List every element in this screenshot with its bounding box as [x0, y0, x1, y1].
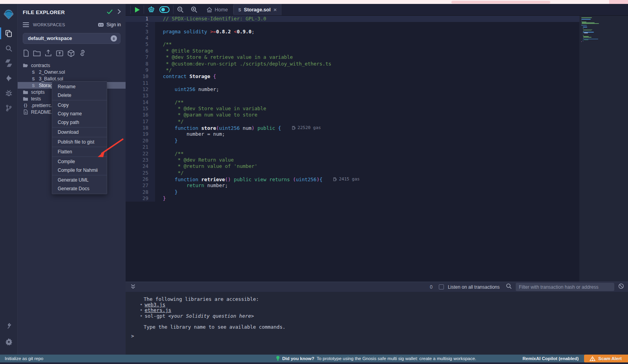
menu-item-copy[interactable]: Copy — [52, 101, 107, 109]
line-number: 13 — [126, 93, 155, 99]
code-line-16: 16 * @param num value to store — [126, 112, 579, 118]
code-line-3: 3pragma solidity >=0.8.2 <0.9.0; — [126, 29, 579, 35]
run-script-button[interactable] — [131, 4, 144, 15]
line-number: 24 — [126, 163, 155, 169]
workspace-caret-icon — [111, 35, 117, 42]
solidity-compiler-icon[interactable] — [0, 56, 18, 71]
solidity-file-icon: S — [238, 7, 241, 12]
code-line-20: 20 } — [126, 138, 579, 144]
code-line-23: 23 * @dev Return value — [126, 157, 579, 163]
menu-separator — [52, 137, 107, 137]
terminal-text: The following libraries are accessible: — [131, 297, 628, 302]
terminal-text: Type the library name to see available c… — [131, 324, 628, 330]
listen-label: Listen on all transactions — [448, 284, 500, 290]
terminal-search-icon[interactable] — [506, 283, 512, 291]
menu-item-delete[interactable]: Delete — [52, 91, 107, 100]
menu-item-rename[interactable]: Rename — [52, 82, 107, 91]
tab-close-icon[interactable]: × — [273, 7, 277, 13]
tree-item-contracts[interactable]: contracts — [18, 62, 126, 69]
braces-icon: { } — [23, 103, 28, 107]
line-number: 6 — [126, 48, 155, 54]
gas-estimate: 22520 gas — [292, 125, 321, 131]
listen-checkbox[interactable] — [439, 284, 444, 289]
line-number: 3 — [126, 29, 155, 35]
file-explorer-icon[interactable] — [0, 26, 18, 41]
sign-in-button[interactable]: Sign in — [97, 22, 121, 27]
icon-rail — [0, 4, 18, 355]
expand-terminal-icon[interactable] — [131, 284, 135, 291]
code-line-25: 25 */ — [126, 170, 579, 176]
line-number: 25 — [126, 170, 155, 176]
terminal-library-item: •sol-gpt <your Solidity question here> — [131, 313, 628, 319]
code-line-14: 14 /** — [126, 99, 579, 106]
tree-item-2-owner-sol[interactable]: S2_Owner.sol — [18, 69, 126, 75]
line-number: 1 — [126, 16, 155, 22]
plugin-manager-icon[interactable] — [0, 318, 18, 333]
import-ipfs-button[interactable] — [67, 49, 75, 59]
menu-item-copy-path[interactable]: Copy path — [52, 118, 107, 127]
new-folder-button[interactable] — [33, 49, 41, 59]
browser-corner — [609, 0, 628, 4]
did-you-know: Did you know? To prototype using the Gno… — [276, 356, 476, 361]
menu-item-flatten[interactable]: Flatten — [52, 147, 107, 156]
search-icon[interactable] — [0, 41, 18, 56]
line-number: 4 — [126, 35, 155, 41]
chevron-right-icon[interactable] — [117, 9, 121, 16]
tip-title: Did you know? — [282, 356, 314, 361]
library-link[interactable]: web3.js — [145, 302, 166, 308]
terminal-output[interactable]: The following libraries are accessible:•… — [126, 292, 628, 355]
deploy-run-icon[interactable] — [0, 71, 18, 86]
terminal-prompt[interactable]: > — [131, 333, 628, 339]
workspace-select[interactable]: default_workspace — [23, 33, 120, 44]
remix-logo[interactable] — [0, 7, 18, 22]
import-url-button[interactable] — [78, 49, 87, 59]
line-number: 7 — [126, 54, 155, 60]
tab-home[interactable]: Home — [201, 4, 233, 15]
code-line-29: 29} — [126, 195, 579, 202]
transaction-filter-input[interactable] — [516, 283, 614, 291]
upload-file-button[interactable] — [44, 49, 52, 59]
menu-separator — [52, 175, 107, 175]
menu-item-copy-name[interactable]: Copy name — [52, 109, 107, 118]
code-line-10: 10contract Storage { — [126, 73, 579, 80]
menu-item-generate-docs[interactable]: Generate Docs — [52, 184, 107, 193]
lightbulb-icon — [276, 356, 280, 361]
menu-item-download[interactable]: Download — [52, 128, 107, 136]
line-number: 27 — [126, 182, 155, 189]
new-file-button[interactable] — [23, 49, 29, 59]
library-link[interactable]: ethers.js — [145, 307, 172, 313]
solidity-icon: S — [31, 76, 36, 81]
check-icon[interactable] — [107, 9, 113, 16]
menu-item-compile-for-nahmii[interactable]: Compile for Nahmii — [52, 166, 107, 175]
clear-console-icon[interactable] — [618, 283, 624, 291]
code-line-12: 12 uint256 number; — [126, 86, 579, 93]
code-editor[interactable]: 1// SPDX-License-Identifier: GPL-3.023pr… — [126, 16, 579, 282]
line-number: 17 — [126, 118, 155, 125]
git-icon[interactable] — [0, 100, 18, 115]
workspaces-label: WORKSPACES — [33, 22, 97, 27]
menu-item-publish-file-to-gist[interactable]: Publish file to gist — [52, 138, 107, 146]
line-number: 2 — [126, 22, 155, 28]
git-init-button[interactable]: Initialize as git repo — [0, 356, 43, 361]
zoom-out-icon[interactable] — [173, 4, 187, 15]
editor-minimap[interactable] — [579, 16, 628, 282]
menu-item-compile[interactable]: Compile — [52, 157, 107, 166]
debugger-icon[interactable] — [0, 86, 18, 100]
menu-item-generate-uml[interactable]: Generate UML — [52, 176, 107, 184]
terminal-toolbar: 0 Listen on all transactions — [126, 282, 628, 292]
ai-copilot-robot-icon[interactable] — [144, 4, 159, 15]
terminal-library-item: •ethers.js — [131, 308, 628, 313]
copilot-toggle[interactable] — [159, 4, 173, 15]
settings-icon[interactable] — [0, 334, 18, 349]
scam-alert-button[interactable]: Scam Alert — [584, 355, 628, 362]
editor-topbar: Home S Storage.sol × — [126, 4, 628, 16]
zoom-in-icon[interactable] — [187, 4, 201, 15]
line-number: 10 — [126, 73, 155, 80]
tab-storage-sol[interactable]: S Storage.sol × — [234, 4, 281, 15]
line-number: 26 — [126, 176, 155, 182]
workspaces-menu-icon[interactable] — [23, 21, 29, 28]
line-number: 29 — [126, 195, 155, 202]
upload-folder-button[interactable] — [56, 49, 64, 59]
folder-icon — [23, 90, 28, 95]
code-line-5: 5/** — [126, 41, 579, 47]
